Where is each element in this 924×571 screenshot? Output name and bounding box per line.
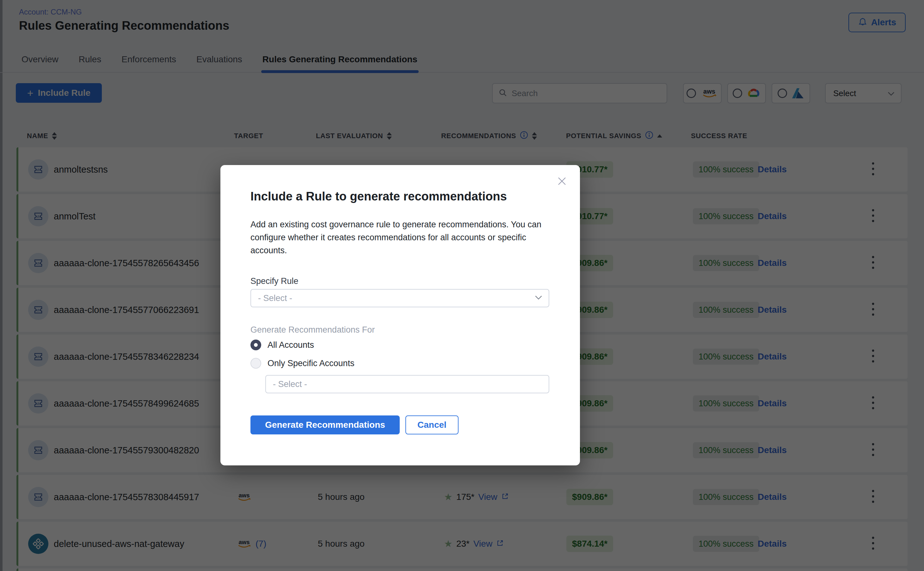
app-window: Account: CCM-NG Rules Generating Recomme… bbox=[0, 0, 924, 571]
cancel-button[interactable]: Cancel bbox=[406, 415, 458, 434]
specify-rule-label: Specify Rule bbox=[250, 276, 299, 286]
radio-all-accounts-label: All Accounts bbox=[267, 340, 314, 350]
radio-only-specific-accounts[interactable]: Only Specific Accounts bbox=[250, 358, 355, 369]
radio-only-specific-accounts-label: Only Specific Accounts bbox=[267, 358, 355, 368]
radio-all-accounts[interactable]: All Accounts bbox=[250, 340, 314, 350]
generate-recommendations-button[interactable]: Generate Recommendations bbox=[250, 415, 400, 434]
rule-select-dropdown[interactable]: - Select - bbox=[250, 289, 549, 307]
accounts-select-dropdown[interactable]: - Select - bbox=[265, 375, 549, 393]
include-rule-modal: Include a Rule to generate recommendatio… bbox=[221, 165, 580, 465]
rule-select-placeholder: - Select - bbox=[258, 293, 292, 303]
close-icon[interactable] bbox=[557, 176, 567, 188]
modal-title: Include a Rule to generate recommendatio… bbox=[250, 190, 507, 203]
modal-description: Add an existing cost governance rule to … bbox=[250, 218, 554, 257]
chevron-down-icon bbox=[535, 295, 542, 301]
radio-only-specific-accounts-control[interactable] bbox=[250, 358, 261, 369]
radio-all-accounts-control[interactable] bbox=[250, 340, 261, 350]
generate-for-label: Generate Recommendations For bbox=[250, 325, 375, 335]
accounts-select-placeholder: - Select - bbox=[273, 380, 307, 389]
